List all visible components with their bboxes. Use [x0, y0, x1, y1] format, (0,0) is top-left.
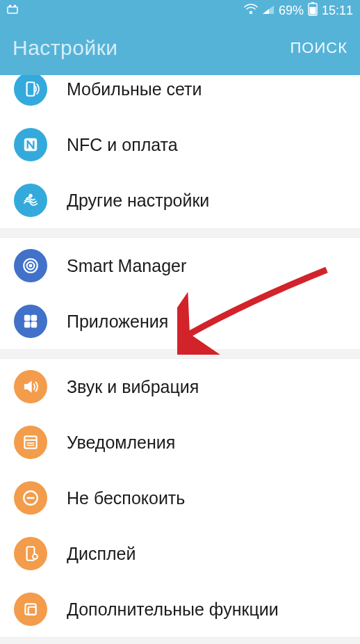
nfc-icon	[14, 128, 47, 161]
svg-rect-18	[24, 436, 36, 448]
display-icon	[14, 537, 47, 570]
other-settings-icon	[14, 184, 47, 217]
mobile-networks-icon	[14, 75, 47, 106]
svg-rect-2	[14, 5, 16, 7]
item-label: Звук и вибрация	[67, 377, 199, 397]
svg-rect-15	[31, 315, 37, 321]
battery-icon	[308, 2, 318, 19]
svg-rect-14	[24, 315, 30, 321]
clock: 15:11	[322, 3, 353, 18]
item-label: Другие настройки	[67, 191, 209, 211]
page-title: Настройки	[13, 36, 118, 60]
item-label: NFC и оплата	[67, 135, 178, 155]
battery-percent: 69%	[279, 3, 304, 18]
settings-item-extra[interactable]: Дополнительные функции	[0, 581, 360, 637]
svg-point-10	[29, 194, 32, 197]
group-separator	[0, 637, 360, 644]
status-bar: 69% 15:11	[0, 0, 360, 21]
svg-rect-16	[24, 322, 30, 328]
settings-screen: 69% 15:11 Настройки ПОИСК Диспетчер SIM-…	[0, 0, 360, 644]
settings-item-notifications[interactable]: Уведомления	[0, 414, 360, 470]
apps-icon	[14, 305, 47, 338]
svg-point-25	[33, 554, 38, 559]
settings-item-sound[interactable]: Звук и вибрация	[0, 359, 360, 414]
svg-rect-17	[31, 322, 37, 328]
smart-manager-icon	[14, 249, 47, 282]
app-bar: Настройки ПОИСК	[0, 21, 360, 75]
settings-item-display[interactable]: Дисплей	[0, 526, 360, 581]
item-label: Мобильные сети	[67, 79, 202, 99]
svg-rect-4	[311, 2, 314, 4]
group-separator	[0, 349, 360, 359]
settings-item-mobile-networks[interactable]: Мобильные сети	[0, 75, 360, 117]
settings-item-other[interactable]: Другие настройки	[0, 172, 360, 228]
item-label: Уведомления	[67, 433, 175, 453]
settings-item-nfc[interactable]: NFC и оплата	[0, 117, 360, 172]
item-label: Дополнительные функции	[67, 599, 279, 620]
dnd-icon	[14, 481, 47, 515]
item-label: Smart Manager	[67, 256, 186, 276]
settings-list[interactable]: Диспетчер SIM-карт Мобильные сети NFC и …	[0, 75, 360, 644]
item-label: Дисплей	[67, 544, 136, 564]
search-button[interactable]: ПОИСК	[291, 39, 347, 57]
group-separator	[0, 228, 360, 238]
item-label: Не беспокоить	[67, 488, 185, 508]
notifications-icon	[14, 426, 47, 459]
svg-rect-27	[28, 607, 36, 615]
wifi-icon	[244, 3, 258, 18]
extra-features-icon	[14, 593, 47, 626]
svg-point-13	[29, 264, 32, 267]
signal-icon	[262, 3, 275, 18]
svg-rect-1	[9, 5, 11, 7]
svg-rect-5	[309, 7, 316, 15]
record-icon	[7, 3, 19, 18]
sound-icon	[14, 370, 47, 403]
settings-item-dnd[interactable]: Не беспокоить	[0, 470, 360, 526]
settings-item-apps[interactable]: Приложения	[0, 293, 360, 349]
settings-item-smart-manager[interactable]: Smart Manager	[0, 238, 360, 293]
item-label: Приложения	[67, 312, 168, 332]
svg-rect-0	[8, 7, 17, 13]
svg-rect-8	[27, 82, 35, 96]
